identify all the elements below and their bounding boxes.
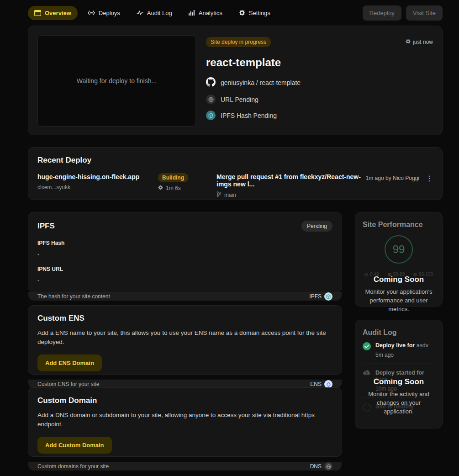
audit-item-target: asdv (417, 342, 428, 349)
ipfs-hash-value: - (37, 251, 332, 258)
domain-footer-tag: DNS (310, 462, 332, 471)
performance-heading: Site Performance (363, 221, 435, 229)
custom-ens-card: Custom ENS Add a ENS name to your site, … (28, 305, 342, 375)
last-updated: just now (406, 39, 433, 45)
gear-icon (239, 10, 245, 16)
nav-tabs: Overview Deploys Audit Log Analytics Set… (28, 6, 363, 20)
repo-name: geniusyinka / react-template (221, 79, 301, 86)
add-custom-domain-button[interactable]: Add Custom Domain (37, 437, 112, 454)
site-performance-card: Site Performance 99 0-49 50-89 90-100 Co… (355, 212, 443, 307)
audit-heading: Audit Log (363, 328, 435, 337)
audit-coming-soon: Coming Soon (362, 377, 436, 386)
tab-analytics[interactable]: Analytics (182, 6, 229, 20)
globe-icon (206, 95, 216, 104)
tab-label: Analytics (199, 10, 222, 16)
tab-audit-log[interactable]: Audit Log (130, 6, 179, 20)
deploy-site-url[interactable]: huge-engine-hissing.on-fleek.app (37, 173, 158, 180)
ipfs-cube-icon (324, 292, 332, 301)
ipns-url-value: - (37, 277, 332, 284)
deploy-row[interactable]: huge-engine-hissing.on-fleek.app clxem..… (37, 173, 433, 198)
deploy-meta: 1m ago by Nico Poggi (366, 175, 419, 181)
site-title: react-template (206, 56, 433, 69)
domain-heading: Custom Domain (37, 396, 332, 405)
ens-heading: Custom ENS (37, 314, 332, 323)
audit-log-card: Audit Log Deploy live for asdv 5m ago De… (355, 320, 443, 428)
nav-actions: Redeploy Visit Site (363, 5, 443, 21)
preview-placeholder-text: Waiting for deploy to finish... (77, 77, 157, 85)
legend-label: 90-100 (419, 272, 433, 277)
ipns-url-label: IPNS URL (37, 266, 332, 272)
git-branch-icon (216, 191, 222, 198)
performance-score-gauge: 99 (385, 235, 413, 264)
deploy-id: clxem...syukk (37, 184, 158, 190)
tab-label: Audit Log (147, 10, 172, 16)
check-circle-icon (363, 342, 371, 358)
ipfs-card: IPFS Pending IPFS Hash - IPNS URL - The … (28, 212, 342, 292)
deploy-status-badge: Building (158, 173, 188, 182)
ipfs-status-text: IPFS Hash Pending (221, 112, 277, 119)
duration-gear-icon (158, 185, 163, 191)
dns-globe-icon (324, 462, 332, 471)
tab-label: Overview (45, 10, 71, 16)
commit-message: Merge pull request #1 from fleekxyz/Reac… (216, 173, 366, 188)
audit-item-title: Deploy live for (375, 342, 415, 349)
visit-site-button[interactable]: Visit Site (406, 5, 443, 21)
tab-settings[interactable]: Settings (232, 6, 277, 20)
spinner-gear-icon (406, 39, 411, 45)
activity-pulse-icon (137, 10, 143, 16)
ipfs-status-row: IPFS Hash Pending (206, 111, 433, 120)
github-icon (206, 77, 216, 88)
top-navigation: Overview Deploys Audit Log Analytics Set… (0, 0, 459, 26)
ens-description: Add a ENS name to your site, this allows… (37, 328, 332, 346)
custom-domain-card: Custom Domain Add a DNS domain or subdom… (28, 387, 342, 457)
ens-tag-label: ENS (310, 381, 322, 387)
ipfs-tag-label: IPFS (309, 293, 322, 300)
recent-deploy-card: Recent Deploy huge-engine-hissing.on-fle… (28, 147, 443, 200)
url-status-text: URL Pending (221, 96, 259, 103)
ipfs-footer-text: The hash for your site content (37, 293, 110, 300)
bar-chart-icon (189, 10, 195, 16)
kebab-menu-icon[interactable]: ⋮ (426, 174, 433, 183)
redeploy-button[interactable]: Redeploy (363, 5, 401, 21)
deploy-duration: 1m 6s (166, 185, 181, 191)
add-ens-domain-button[interactable]: Add ENS Domain (37, 354, 102, 371)
last-updated-text: just now (413, 39, 433, 45)
legend-dot-yellow (388, 273, 391, 276)
browser-window-icon (34, 10, 41, 16)
url-status-row: URL Pending (206, 95, 433, 104)
deploy-preview-frame: Waiting for deploy to finish... (37, 35, 196, 127)
audit-item: Deploy live for asdv 5m ago (363, 337, 435, 364)
branch-name: main (224, 192, 236, 198)
ipfs-hash-label: IPFS Hash (37, 240, 332, 246)
pending-badge: Pending (301, 221, 332, 232)
tab-label: Settings (249, 10, 270, 16)
legend-label: 0-49 (370, 272, 379, 277)
tab-deploys[interactable]: Deploys (81, 6, 127, 20)
audit-coming-soon-desc: Monitor the activity and changes on your… (362, 390, 436, 416)
ipfs-heading: IPFS (37, 222, 55, 231)
ipfs-cube-icon (206, 111, 216, 120)
site-overview-card: Waiting for deploy to finish... Site dep… (28, 26, 443, 135)
legend-dot-red (364, 273, 368, 276)
recent-deploy-heading: Recent Deploy (37, 156, 433, 165)
ens-footer-text: Custom ENS for your site (37, 381, 99, 387)
code-icon (88, 10, 95, 16)
legend-dot-green (413, 273, 417, 276)
performance-coming-soon-desc: Monitor your application's performance a… (363, 288, 435, 314)
domain-footer-text: Custom domains for your site (37, 463, 109, 470)
repo-row[interactable]: geniusyinka / react-template (206, 77, 433, 88)
performance-score: 99 (393, 243, 405, 256)
performance-legend: 0-49 50-89 90-100 (363, 272, 435, 277)
tab-label: Deploys (99, 10, 120, 16)
audit-item-title: Deploy started for (375, 370, 424, 376)
ipfs-footer-tag: IPFS (309, 292, 332, 301)
domain-description: Add a DNS domain or subdomain to your si… (37, 411, 332, 428)
audit-item-time: 5m ago (375, 352, 428, 358)
deploy-status-badge: Site deploy in progress (206, 37, 271, 47)
tab-overview[interactable]: Overview (28, 6, 78, 20)
legend-label: 50-89 (393, 272, 405, 277)
dns-tag-label: DNS (310, 463, 322, 470)
